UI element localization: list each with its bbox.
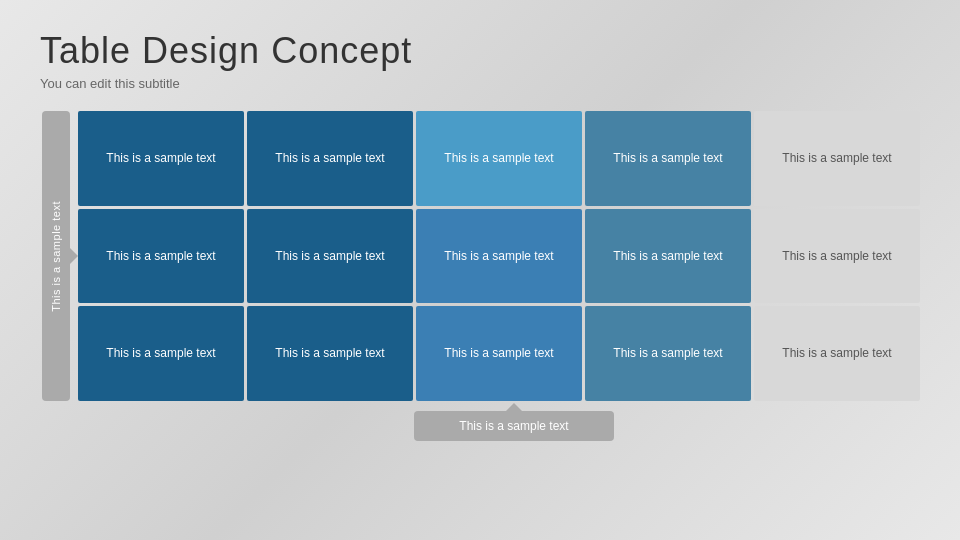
table-cell-8: This is a sample text bbox=[585, 209, 751, 304]
table-cell-0: This is a sample text bbox=[78, 111, 244, 206]
slide-subtitle: You can edit this subtitle bbox=[40, 76, 920, 91]
table-cell-5: This is a sample text bbox=[78, 209, 244, 304]
table-cell-6: This is a sample text bbox=[247, 209, 413, 304]
table-cell-12: This is a sample text bbox=[416, 306, 582, 401]
table-cell-1: This is a sample text bbox=[247, 111, 413, 206]
vertical-label-box: This is a sample text bbox=[42, 111, 70, 401]
table-cell-11: This is a sample text bbox=[247, 306, 413, 401]
slide: Table Design Concept You can edit this s… bbox=[0, 0, 960, 540]
table-grid: This is a sample textThis is a sample te… bbox=[78, 111, 920, 401]
vertical-label-text: This is a sample text bbox=[50, 201, 62, 312]
bottom-label-text: This is a sample text bbox=[459, 419, 568, 433]
bottom-label-box: This is a sample text bbox=[414, 411, 614, 441]
table-cell-9: This is a sample text bbox=[754, 209, 920, 304]
table-cell-13: This is a sample text bbox=[585, 306, 751, 401]
table-cell-4: This is a sample text bbox=[754, 111, 920, 206]
bottom-label-container: This is a sample text bbox=[78, 411, 920, 441]
table-area: This is a sample text This is a sample t… bbox=[40, 111, 920, 401]
table-cell-10: This is a sample text bbox=[78, 306, 244, 401]
table-cell-2: This is a sample text bbox=[416, 111, 582, 206]
table-cell-3: This is a sample text bbox=[585, 111, 751, 206]
table-cell-14: This is a sample text bbox=[754, 306, 920, 401]
vertical-label-container: This is a sample text bbox=[40, 111, 72, 401]
table-cell-7: This is a sample text bbox=[416, 209, 582, 304]
slide-title: Table Design Concept bbox=[40, 30, 920, 72]
